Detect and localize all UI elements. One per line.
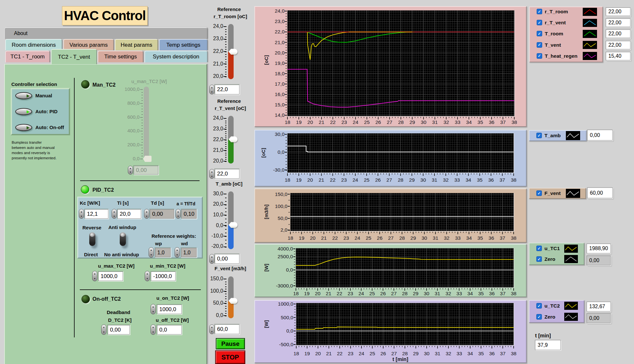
svg-text:18: 18 bbox=[285, 177, 290, 183]
svg-text:21: 21 bbox=[319, 177, 324, 183]
svg-text:50,0: 50,0 bbox=[278, 215, 288, 221]
svg-text:19: 19 bbox=[304, 351, 310, 356]
svg-text:28: 28 bbox=[399, 235, 405, 241]
svg-text:30,0: 30,0 bbox=[275, 131, 285, 137]
svg-text:500,0: 500,0 bbox=[281, 315, 293, 320]
svg-text:21: 21 bbox=[326, 291, 331, 296]
svg-text:25: 25 bbox=[364, 177, 369, 183]
svg-text:28: 28 bbox=[402, 291, 408, 296]
svg-text:23: 23 bbox=[341, 119, 347, 125]
svg-text:30: 30 bbox=[421, 235, 427, 241]
svg-text:18: 18 bbox=[285, 119, 290, 125]
svg-text:22: 22 bbox=[330, 177, 335, 183]
svg-text:28: 28 bbox=[398, 119, 404, 125]
svg-text:21,0: 21,0 bbox=[275, 40, 285, 45]
svg-text:21: 21 bbox=[321, 235, 327, 241]
svg-text:23: 23 bbox=[341, 177, 347, 183]
svg-text:[W]: [W] bbox=[263, 320, 269, 328]
svg-text:22,0: 22,0 bbox=[275, 29, 285, 34]
svg-text:23: 23 bbox=[347, 291, 353, 296]
svg-text:29: 29 bbox=[409, 119, 415, 125]
svg-text:37: 37 bbox=[500, 351, 506, 356]
svg-text:22: 22 bbox=[332, 235, 338, 241]
svg-text:29: 29 bbox=[409, 177, 415, 183]
svg-text:18: 18 bbox=[293, 291, 299, 296]
svg-text:34: 34 bbox=[466, 177, 471, 183]
svg-text:18: 18 bbox=[287, 235, 293, 241]
svg-text:26: 26 bbox=[380, 291, 386, 296]
svg-text:-3000,0: -3000,0 bbox=[276, 283, 293, 288]
svg-text:29: 29 bbox=[413, 351, 419, 356]
svg-text:14,0: 14,0 bbox=[275, 112, 285, 118]
svg-text:31: 31 bbox=[435, 351, 440, 356]
svg-text:31: 31 bbox=[434, 291, 440, 296]
svg-text:35: 35 bbox=[478, 119, 483, 125]
svg-text:20: 20 bbox=[307, 177, 313, 183]
svg-text:30: 30 bbox=[424, 291, 430, 296]
svg-text:26: 26 bbox=[380, 351, 386, 356]
svg-text:150,0: 150,0 bbox=[275, 191, 287, 197]
svg-text:0,0: 0,0 bbox=[277, 149, 285, 155]
svg-text:31: 31 bbox=[432, 119, 438, 125]
svg-text:33: 33 bbox=[457, 351, 462, 356]
svg-text:t [min]: t [min] bbox=[393, 357, 408, 362]
svg-text:32: 32 bbox=[444, 119, 449, 125]
svg-text:24: 24 bbox=[359, 291, 364, 296]
svg-text:32: 32 bbox=[445, 291, 451, 296]
svg-text:36: 36 bbox=[489, 351, 494, 356]
svg-text:15,0: 15,0 bbox=[275, 102, 285, 107]
svg-text:31: 31 bbox=[432, 177, 437, 183]
svg-text:24: 24 bbox=[353, 119, 359, 125]
svg-text:23,0: 23,0 bbox=[275, 18, 285, 24]
svg-text:32: 32 bbox=[443, 177, 448, 183]
svg-text:29: 29 bbox=[410, 235, 416, 241]
svg-text:33: 33 bbox=[454, 177, 460, 183]
svg-text:19,0: 19,0 bbox=[275, 60, 285, 66]
svg-text:27: 27 bbox=[386, 177, 392, 183]
svg-text:33: 33 bbox=[457, 291, 462, 296]
svg-text:36: 36 bbox=[488, 177, 494, 183]
svg-text:25: 25 bbox=[369, 291, 375, 296]
svg-text:-30,0: -30,0 bbox=[273, 167, 285, 173]
svg-text:[oC]: [oC] bbox=[261, 148, 266, 158]
svg-text:21: 21 bbox=[326, 351, 332, 356]
svg-text:38: 38 bbox=[511, 351, 516, 356]
svg-text:34: 34 bbox=[467, 351, 473, 356]
svg-text:38: 38 bbox=[511, 235, 516, 241]
svg-text:26: 26 bbox=[375, 119, 381, 125]
svg-text:21: 21 bbox=[319, 119, 324, 125]
svg-text:24: 24 bbox=[355, 235, 360, 241]
svg-text:17,0: 17,0 bbox=[275, 81, 285, 87]
svg-text:34: 34 bbox=[466, 119, 472, 125]
svg-text:19: 19 bbox=[304, 291, 310, 296]
svg-text:18,0: 18,0 bbox=[275, 71, 285, 76]
svg-text:30: 30 bbox=[421, 119, 427, 125]
svg-text:19: 19 bbox=[296, 177, 301, 183]
svg-text:22: 22 bbox=[337, 291, 342, 296]
svg-text:38: 38 bbox=[511, 291, 516, 296]
svg-text:27: 27 bbox=[391, 351, 397, 356]
svg-text:36: 36 bbox=[489, 119, 494, 125]
svg-text:18: 18 bbox=[293, 351, 299, 356]
svg-text:2500,0: 2500,0 bbox=[278, 254, 293, 259]
svg-text:1000,0: 1000,0 bbox=[278, 301, 294, 307]
svg-text:[oC]: [oC] bbox=[263, 55, 269, 65]
svg-text:20: 20 bbox=[315, 291, 321, 296]
svg-text:38: 38 bbox=[511, 119, 517, 125]
svg-text:16,0: 16,0 bbox=[275, 91, 285, 97]
svg-text:24: 24 bbox=[352, 177, 358, 183]
svg-text:27: 27 bbox=[387, 119, 392, 125]
svg-text:24,0: 24,0 bbox=[275, 8, 285, 14]
svg-text:25: 25 bbox=[364, 119, 370, 125]
svg-text:33: 33 bbox=[455, 235, 460, 241]
svg-text:25: 25 bbox=[366, 235, 371, 241]
svg-text:20: 20 bbox=[307, 119, 313, 125]
svg-text:20: 20 bbox=[310, 235, 316, 241]
svg-text:27: 27 bbox=[388, 235, 394, 241]
svg-text:23: 23 bbox=[343, 235, 349, 241]
svg-text:26: 26 bbox=[375, 177, 381, 183]
svg-text:35: 35 bbox=[477, 235, 483, 241]
svg-text:26: 26 bbox=[377, 235, 383, 241]
svg-text:20,0: 20,0 bbox=[275, 50, 285, 55]
svg-text:29: 29 bbox=[413, 291, 418, 296]
